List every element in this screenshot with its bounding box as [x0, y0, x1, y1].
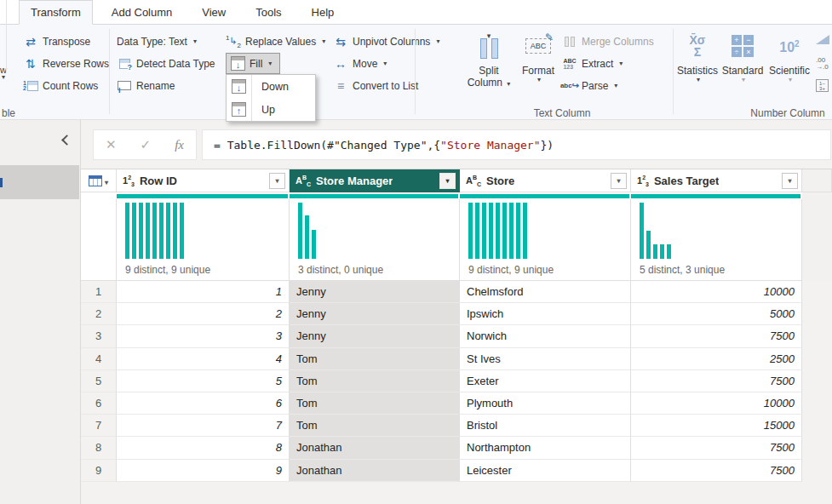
detect-data-type-button[interactable]: Detect Data Type	[117, 54, 215, 73]
cell-row-id[interactable]: 7	[117, 415, 290, 437]
cell-sales-target[interactable]: 7500	[631, 437, 802, 459]
cell-sales-target[interactable]: 7500	[631, 325, 802, 347]
cell-row-id[interactable]: 2	[117, 303, 290, 325]
cell-store-manager[interactable]: Jonathan	[290, 437, 460, 459]
cell-row-id[interactable]: 5	[117, 370, 290, 392]
formula-input[interactable]: = Table.FillDown(#"Changed Type",{"Store…	[202, 129, 831, 160]
select-all-corner-button[interactable]: ▾	[81, 169, 117, 192]
transpose-button[interactable]: ⇄ Transpose	[23, 32, 90, 51]
standard-button[interactable]: Standard ▾	[721, 30, 764, 83]
parse-button[interactable]: ↪ Parse ▾	[562, 76, 617, 95]
cell-sales-target[interactable]: 10000	[631, 392, 802, 415]
value-distribution-histogram	[298, 203, 459, 259]
row-number[interactable]: 8	[81, 437, 117, 459]
filter-dropdown-button[interactable]: ▾	[611, 173, 627, 189]
tab-help[interactable]: Help	[301, 0, 346, 24]
rounding-button-fragment[interactable]	[816, 57, 829, 71]
cell-row-id[interactable]: 6	[117, 392, 290, 415]
unpivot-columns-button[interactable]: ⇆ Unpivot Columns ▾	[333, 32, 439, 51]
cell-row-id[interactable]: 1	[117, 281, 290, 303]
column-header-sales-target[interactable]: 123Sales Target▾	[631, 169, 802, 192]
profile-cell-store-manager[interactable]: 3 distinct, 0 unique	[290, 199, 460, 281]
profile-cell-store[interactable]: 9 distinct, 9 unique	[460, 199, 631, 281]
trigonometry-button-fragment[interactable]	[816, 35, 829, 44]
cell-sales-target[interactable]: 7500	[631, 370, 802, 392]
tab-view[interactable]: View	[191, 0, 237, 24]
cell-store[interactable]: Exeter	[460, 370, 631, 392]
tab-transform[interactable]: Transform	[19, 0, 93, 25]
table-row: 11JennyChelmsford10000	[81, 281, 832, 303]
cell-row-id[interactable]: 8	[117, 437, 290, 459]
quality-cell-row-id	[117, 192, 290, 199]
filter-dropdown-button[interactable]: ▾	[269, 173, 285, 189]
rename-icon	[117, 78, 132, 94]
cell-store-manager[interactable]: Jenny	[290, 303, 460, 325]
format-button[interactable]: ✎ Format ▾	[517, 30, 559, 83]
table-row: 22JennyIpswich5000	[81, 303, 832, 325]
row-number[interactable]: 5	[81, 370, 117, 392]
cell-store[interactable]: Ipswich	[460, 303, 631, 325]
cell-store[interactable]: Plymouth	[460, 392, 631, 415]
row-number[interactable]: 1	[81, 281, 117, 303]
data-type-button[interactable]: Data Type: Text ▾	[117, 32, 197, 51]
move-button[interactable]: ↔ Move ▾	[333, 54, 387, 73]
cell-sales-target[interactable]: 5000	[631, 303, 802, 325]
split-column-button[interactable]: Split Column ▾	[462, 30, 515, 89]
filter-dropdown-button[interactable]: ▾	[439, 173, 456, 189]
cell-store[interactable]: Northampton	[460, 437, 631, 459]
row-number[interactable]: 4	[81, 348, 117, 370]
column-header-store-manager[interactable]: ABCStore Manager▾	[290, 169, 460, 192]
rename-label: Rename	[136, 80, 175, 92]
selected-query-item[interactable]	[0, 165, 79, 199]
reverse-rows-button[interactable]: ⇅ Reverse Rows	[23, 54, 109, 73]
cell-sales-target[interactable]: 2500	[631, 348, 802, 370]
cell-store[interactable]: Chelmsford	[460, 281, 631, 303]
cell-store-manager[interactable]: Jonathan	[290, 460, 460, 482]
cell-sales-target[interactable]: 7500	[631, 460, 802, 482]
count-rows-button[interactable]: Count Rows	[23, 76, 98, 95]
cell-store-manager[interactable]: Tom	[290, 370, 460, 392]
cell-sales-target[interactable]: 15000	[631, 415, 802, 437]
column-header-store[interactable]: ABCStore▾	[460, 169, 631, 192]
cell-store[interactable]: Norwich	[460, 325, 631, 347]
cell-store-manager[interactable]: Jenny	[290, 281, 460, 303]
row-number[interactable]: 2	[81, 303, 117, 325]
replace-values-button[interactable]: ↳ Replace Values ▾	[226, 32, 325, 51]
statistics-button[interactable]: Statistics ▾	[675, 30, 720, 83]
column-header-row-id[interactable]: 123Row ID▾	[117, 169, 290, 192]
cell-store-manager[interactable]: Tom	[290, 392, 460, 415]
row-number[interactable]: 6	[81, 392, 117, 415]
rename-button[interactable]: Rename	[117, 76, 175, 95]
cell-store[interactable]: St Ives	[460, 348, 631, 370]
collapse-pane-button[interactable]	[60, 135, 72, 146]
tab-add-column[interactable]: Add Column	[100, 0, 184, 24]
fill-button[interactable]: ↓ Fill ▾	[226, 53, 280, 74]
cell-store[interactable]: Leicester	[460, 460, 631, 482]
profile-cell-row-id[interactable]: 9 distinct, 9 unique	[117, 199, 290, 281]
histogram-bar	[180, 203, 184, 259]
cell-store-manager[interactable]: Tom	[290, 415, 460, 437]
convert-to-list-button[interactable]: ≡ Convert to List	[333, 76, 418, 95]
cell-sales-target[interactable]: 10000	[631, 281, 802, 303]
extract-button[interactable]: Extract ▾	[562, 54, 623, 73]
profile-cell-sales-target[interactable]: 5 distinct, 3 unique	[631, 199, 802, 281]
cell-store[interactable]: Bristol	[460, 415, 631, 437]
cell-row-id[interactable]: 9	[117, 460, 290, 482]
cell-store-manager[interactable]: Jenny	[290, 325, 460, 347]
fill-menu-item-down[interactable]: ↓Down	[227, 75, 315, 98]
data-type-label: Data Type: Text	[117, 36, 187, 48]
cell-row-id[interactable]: 4	[117, 348, 290, 370]
commit-formula-icon[interactable]: ✓	[141, 137, 152, 152]
scientific-button[interactable]: Scientific ▾	[766, 30, 813, 83]
cell-store-manager[interactable]: Tom	[290, 348, 460, 370]
information-button-fragment[interactable]	[816, 79, 829, 92]
cancel-formula-icon[interactable]: ✕	[106, 137, 117, 152]
tab-tools[interactable]: Tools	[244, 0, 292, 24]
cell-row-id[interactable]: 3	[117, 325, 290, 347]
fill-menu-item-up[interactable]: ↑Up	[227, 98, 315, 121]
row-number[interactable]: 7	[81, 415, 117, 437]
row-number[interactable]: 9	[81, 460, 117, 482]
row-number[interactable]: 3	[81, 325, 117, 347]
filter-dropdown-button[interactable]: ▾	[782, 173, 798, 189]
row-filler	[802, 370, 832, 392]
